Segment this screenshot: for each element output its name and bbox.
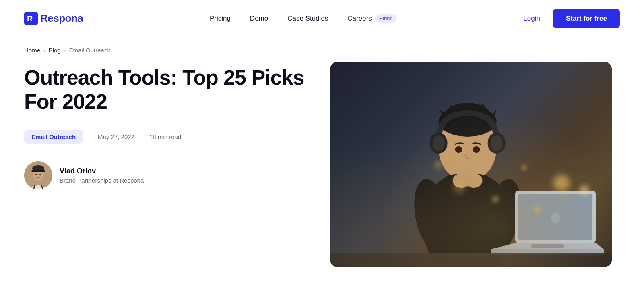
avatar-image: [24, 161, 52, 189]
login-link[interactable]: Login: [523, 15, 540, 23]
author-role: Brand Partnerships at Respona: [60, 177, 144, 184]
meta-dot-2: ·: [141, 133, 143, 141]
breadcrumb-current: Email Outreach: [69, 47, 110, 54]
site-header: R Respona Pricing Demo Case Studies Care…: [0, 0, 644, 37]
hiring-badge: Hiring: [375, 14, 397, 23]
article-meta: Email Outreach · May 27, 2022 · 18 min r…: [24, 130, 306, 144]
start-for-free-button[interactable]: Start for free: [553, 9, 620, 28]
meta-date: May 27, 2022: [98, 133, 134, 140]
hero-image: [330, 62, 612, 267]
meta-dot-1: ·: [89, 133, 91, 141]
breadcrumb: Home › Blog › Email Outreach: [0, 37, 644, 62]
author-name: Vlad Orlov: [60, 167, 144, 175]
svg-point-10: [39, 174, 41, 175]
breadcrumb-blog[interactable]: Blog: [49, 47, 61, 54]
main-nav: Pricing Demo Case Studies Careers Hiring: [210, 14, 397, 23]
svg-rect-8: [31, 170, 45, 172]
author-avatar: [24, 161, 52, 189]
logo-icon: R: [24, 12, 38, 25]
author-info: Vlad Orlov Brand Partnerships at Respona: [60, 167, 144, 184]
nav-case-studies[interactable]: Case Studies: [287, 15, 328, 23]
svg-text:R: R: [27, 14, 33, 23]
article-title: Outreach Tools: Top 25 Picks For 2022: [24, 66, 306, 114]
left-content: Outreach Tools: Top 25 Picks For 2022 Em…: [24, 62, 306, 189]
meta-read-time: 18 min read: [149, 133, 181, 140]
header-actions: Login Start for free: [523, 9, 620, 28]
nav-demo[interactable]: Demo: [250, 15, 268, 23]
nav-careers[interactable]: Careers: [347, 15, 372, 23]
hero-image-placeholder: [330, 62, 612, 267]
category-tag[interactable]: Email Outreach: [24, 130, 83, 144]
nav-careers-wrapper: Careers Hiring: [347, 14, 396, 23]
image-overlay: [330, 62, 612, 267]
breadcrumb-home[interactable]: Home: [24, 47, 40, 54]
logo[interactable]: R Respona: [24, 12, 83, 25]
breadcrumb-sep-2: ›: [64, 47, 66, 54]
logo-text: Respona: [40, 12, 83, 25]
breadcrumb-sep-1: ›: [43, 47, 45, 54]
svg-point-9: [35, 174, 37, 175]
main-content: Outreach Tools: Top 25 Picks For 2022 Em…: [0, 62, 644, 283]
author-section: Vlad Orlov Brand Partnerships at Respona: [24, 161, 306, 189]
nav-pricing[interactable]: Pricing: [210, 15, 231, 23]
